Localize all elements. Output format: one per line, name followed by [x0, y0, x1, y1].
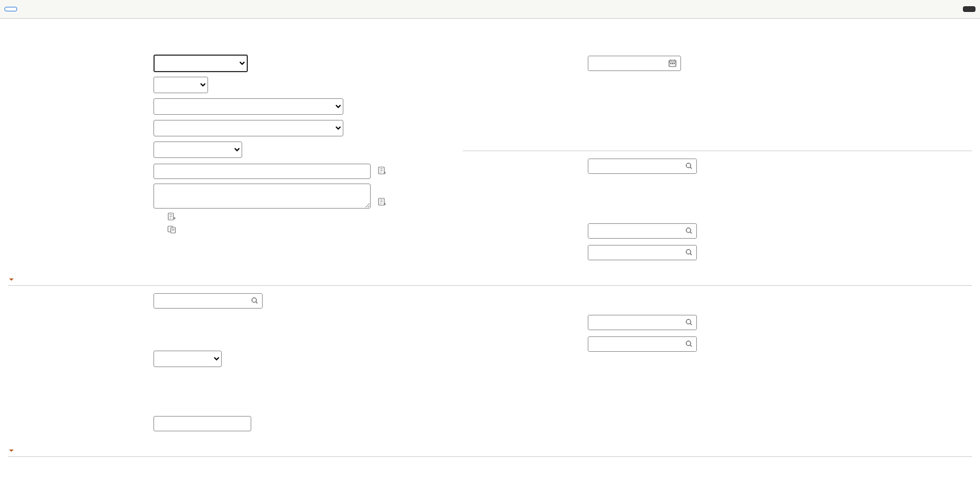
svg-point-13 — [686, 319, 691, 324]
svg-rect-6 — [670, 63, 671, 64]
svg-point-10 — [686, 228, 691, 232]
save-button[interactable] — [963, 6, 975, 12]
svg-rect-8 — [674, 63, 675, 64]
label-description — [8, 184, 153, 187]
subject-input[interactable] — [153, 164, 371, 179]
create-work-order-icon — [167, 212, 176, 221]
description-related-icon[interactable] — [377, 197, 387, 208]
svg-point-9 — [686, 163, 691, 168]
assigned-to-input[interactable] — [154, 294, 262, 308]
serial-id-input[interactable] — [588, 159, 696, 173]
calendar-icon[interactable] — [668, 59, 677, 68]
associate-wo-icon — [167, 224, 176, 234]
requested-for-input[interactable] — [588, 337, 696, 351]
search-icon[interactable] — [685, 227, 693, 235]
search-icon[interactable] — [685, 340, 693, 348]
search-icon[interactable] — [685, 248, 693, 256]
cancel-button[interactable] — [5, 7, 17, 11]
section-attachments-header[interactable] — [8, 444, 972, 457]
related-request-input[interactable] — [588, 315, 696, 330]
service-center-select[interactable] — [153, 141, 242, 158]
area-id-input[interactable] — [588, 245, 696, 260]
priority-select[interactable] — [153, 77, 208, 93]
svg-point-11 — [686, 249, 691, 254]
content-scroll[interactable] — [0, 19, 980, 487]
section-assignment-header[interactable] — [8, 273, 972, 286]
date-required-input[interactable] — [588, 56, 668, 70]
svg-point-14 — [686, 341, 691, 346]
section-asset-header — [463, 145, 972, 151]
contact-preference-select[interactable] — [153, 351, 222, 367]
asset-location-input[interactable] — [588, 224, 696, 238]
subject-related-icon[interactable] — [377, 166, 387, 177]
description-textarea[interactable] — [153, 184, 371, 209]
search-icon[interactable] — [251, 297, 259, 305]
svg-rect-7 — [672, 63, 673, 64]
svg-point-12 — [252, 298, 256, 302]
alternate-contact-input[interactable] — [153, 416, 251, 431]
chevron-down-icon — [8, 447, 15, 454]
request-type-select[interactable] — [153, 98, 343, 115]
fleet-select[interactable] — [153, 120, 343, 136]
status-select[interactable] — [153, 55, 248, 72]
search-icon[interactable] — [685, 162, 693, 170]
chevron-down-icon — [8, 276, 15, 283]
search-icon[interactable] — [685, 318, 693, 326]
top-bar — [0, 0, 980, 19]
